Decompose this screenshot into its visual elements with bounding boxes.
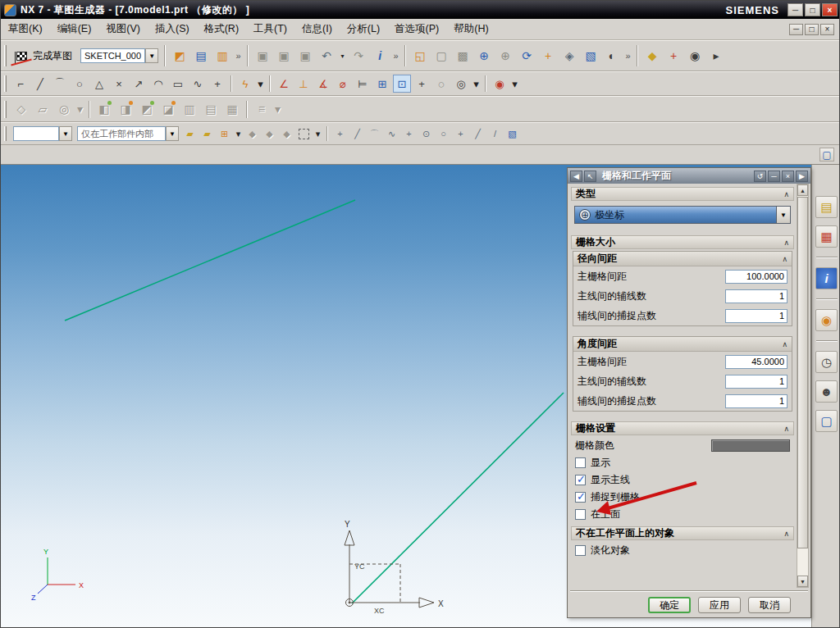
windows-icon[interactable]: ▢	[815, 410, 838, 432]
feature-drop-icon[interactable]: ▾	[75, 99, 84, 119]
zoom-box-icon[interactable]: ▢	[431, 46, 451, 66]
quick-trim-icon[interactable]: ϟ	[236, 75, 254, 93]
display-settings-icon[interactable]: ▢	[819, 148, 834, 162]
marquee-drop-icon[interactable]: ▾	[313, 126, 322, 142]
key-icon[interactable]: ◆	[642, 46, 662, 66]
snap-circle-icon[interactable]: ○	[436, 126, 451, 142]
orient-view-icon[interactable]: ◈	[559, 46, 579, 66]
menu-edit[interactable]: 编辑(E)	[50, 20, 99, 39]
apply-button[interactable]: 应用	[698, 597, 741, 613]
on-top-checkbox[interactable]	[575, 509, 586, 520]
angular-major-spacing-input[interactable]	[725, 355, 788, 369]
snap-pen-icon[interactable]: /	[487, 126, 503, 142]
measure-icon[interactable]: +	[664, 46, 683, 66]
menu-analysis[interactable]: 分析(L)	[340, 20, 387, 39]
save-icon[interactable]: ▣	[253, 46, 272, 66]
studio-spline-icon[interactable]: ∿	[189, 75, 207, 93]
dropdown-arrow-icon[interactable]: ▼	[776, 207, 790, 223]
toolbar-grip[interactable]	[4, 45, 7, 66]
part-navigator-icon[interactable]: i	[815, 267, 838, 289]
undo-icon[interactable]: ↶	[317, 46, 336, 66]
menu-format[interactable]: 格式(R)	[197, 20, 246, 39]
save-as-icon[interactable]: ▣	[274, 46, 294, 66]
menu-view[interactable]: 视图(V)	[98, 20, 148, 39]
wheel-drop-icon[interactable]: ▾	[510, 75, 519, 93]
radial-spacing-header[interactable]: 径向间距 ∧	[573, 252, 792, 266]
trim-drop-icon[interactable]: ▾	[256, 75, 265, 93]
radial-major-spacing-input[interactable]	[725, 270, 788, 284]
constraints-icon[interactable]: ⊥	[294, 75, 313, 93]
reference-icon[interactable]: ◌	[432, 75, 450, 93]
sketch-line-upper[interactable]	[65, 200, 355, 321]
menu-sketch[interactable]: 草图(K)	[1, 20, 50, 39]
assembly-navigator-icon[interactable]: ▤	[815, 196, 838, 218]
dialog-close-button[interactable]: ×	[782, 171, 794, 182]
menu-insert[interactable]: 插入(S)	[148, 20, 197, 39]
scroll-up-button[interactable]: ▲	[797, 184, 808, 196]
cancel-button[interactable]: 取消	[748, 597, 791, 613]
gem-c-icon[interactable]: ◆	[279, 126, 294, 142]
datum-plane-icon[interactable]: ◇	[11, 99, 31, 119]
finish-sketch-button[interactable]: 完成草图	[11, 48, 78, 65]
off-plane-section-header[interactable]: 不在工作平面上的对象 ∧	[571, 526, 794, 540]
quick-extend-icon[interactable]: ↗	[130, 75, 148, 93]
dialog-expand-right-button[interactable]: ▶	[796, 171, 808, 182]
diameter-dimension-icon[interactable]: ⌀	[334, 75, 352, 93]
snap-point-icon[interactable]: +	[413, 75, 431, 93]
refresh-icon[interactable]: ⟳	[517, 46, 536, 66]
toolbar-grip[interactable]	[4, 126, 7, 141]
pattern-icon[interactable]: ▦	[222, 99, 242, 119]
arc-icon[interactable]: ⌒	[51, 75, 69, 93]
mdi-close-button[interactable]: ×	[820, 24, 834, 35]
chevron-up-icon[interactable]: ∧	[782, 340, 788, 348]
ok-button[interactable]: 确定	[648, 597, 691, 613]
mdi-minimize-button[interactable]: ─	[789, 24, 803, 35]
overflow-icon[interactable]: »	[623, 46, 632, 66]
info-icon[interactable]: i	[370, 46, 390, 66]
inferred-dimension-icon[interactable]: ∠	[275, 75, 293, 93]
type-section-header[interactable]: 类型 ∧	[571, 187, 794, 201]
overflow-icon[interactable]: »	[234, 46, 243, 66]
scale-view-icon[interactable]: ▩	[453, 46, 472, 66]
reuse-library-icon[interactable]: ◉	[815, 309, 838, 331]
menu-help[interactable]: 帮助(H)	[446, 20, 495, 39]
show-constraints-icon[interactable]: ⊨	[354, 75, 372, 93]
point-icon[interactable]: ×	[110, 75, 128, 93]
mdi-restore-button[interactable]: □	[805, 24, 819, 35]
grid-size-section-header[interactable]: 栅格大小 ∧	[571, 235, 794, 249]
show-grid-checkbox[interactable]	[575, 457, 586, 468]
minimize-button[interactable]: ─	[788, 3, 803, 16]
snap-mid-icon[interactable]: ⌒	[367, 126, 382, 142]
combo-drop-icon[interactable]: ▼	[145, 48, 158, 63]
dialog-titlebar[interactable]: ◀ ↖ 栅格和工作平面 ↺ ─ × ▶	[568, 168, 810, 184]
paste-icon[interactable]: ▤	[191, 46, 211, 66]
continuous-auto-dimension-icon[interactable]: ⊡	[393, 75, 411, 93]
combo-drop-icon[interactable]: ▼	[59, 126, 72, 141]
snap-center-icon[interactable]: ⊙	[418, 126, 434, 142]
snap-bar-a-icon[interactable]: ▰	[182, 126, 198, 142]
preferences-icon[interactable]: ◉	[685, 46, 705, 66]
chevron-up-icon[interactable]: ∧	[783, 530, 789, 538]
scroll-down-button[interactable]: ▼	[797, 576, 808, 587]
scrollbar-thumb[interactable]	[797, 197, 808, 548]
render-style-icon[interactable]: ◐	[602, 46, 622, 66]
grid-settings-section-header[interactable]: 栅格设置 ∧	[571, 421, 794, 435]
overflow-icon[interactable]: »	[391, 46, 400, 66]
auto-constrain-icon[interactable]: ⊞	[373, 75, 391, 93]
shaded-view-icon[interactable]: ▧	[581, 46, 600, 66]
selection-filter-combo[interactable]: ▼	[13, 126, 72, 141]
snap-end-icon[interactable]: ╱	[349, 126, 365, 142]
show-major-lines-checkbox[interactable]	[575, 475, 586, 485]
extrude-icon[interactable]: ▱	[33, 99, 52, 119]
snap-quadrant-icon[interactable]: +	[453, 126, 468, 142]
magnifier-icon[interactable]: ⊕	[474, 46, 494, 66]
pan-icon[interactable]: +	[538, 46, 558, 66]
fit-view-icon[interactable]: ◱	[410, 46, 430, 66]
snap-existing-icon[interactable]: ╱	[470, 126, 486, 142]
trim-body-icon[interactable]: ▤	[201, 99, 221, 119]
roles-icon[interactable]: ☻	[815, 380, 838, 403]
sketch-line-lower[interactable]	[352, 393, 564, 603]
maximize-button[interactable]: □	[805, 3, 820, 16]
gem-a-icon[interactable]: ◆	[244, 126, 260, 142]
angular-minor-count-input[interactable]	[725, 375, 788, 389]
